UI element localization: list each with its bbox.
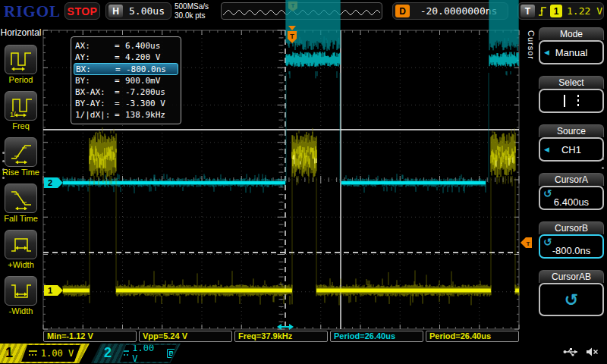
- plus-width-icon: [10, 234, 33, 256]
- mode-value-button[interactable]: ◀ Manual: [539, 40, 604, 64]
- softkey-cursor-a[interactable]: CursorA ↺ 6.400us: [539, 173, 604, 210]
- freq-icon: 1/: [10, 95, 33, 118]
- softkey-cursor-ab[interactable]: CursorAB ↺: [539, 270, 604, 316]
- cursor-row-bx-selected: BX:=-800.0ns: [74, 63, 178, 75]
- cursor-a-value-button[interactable]: ↺ 6.400us: [539, 186, 604, 210]
- channel2-position-marker: 2: [44, 177, 63, 188]
- usb-icon: [563, 347, 580, 356]
- speaker-muted-icon: [586, 347, 599, 357]
- rotate-knob-icon: ↺: [543, 236, 552, 248]
- svg-text:2: 2: [48, 178, 52, 187]
- channel-status-bar: 1 1.00 V 2 1.00 V B: [0, 343, 607, 364]
- channel1-scale-box: 1.00 V: [21, 345, 80, 362]
- measurement-vpp: Vpp=5.24 V: [139, 331, 232, 342]
- menu-item-label: Freq: [12, 121, 30, 130]
- trigger-level-marker: T: [521, 237, 532, 248]
- menu-item-label: +Width: [8, 260, 34, 269]
- softkey-select[interactable]: Select: [539, 76, 604, 113]
- measurement-period-ch1: Period=26.40us: [426, 331, 519, 342]
- minus-width-icon: [10, 280, 33, 303]
- measurement-min: Min=-1.12 V: [43, 331, 137, 342]
- menu-item-freq[interactable]: 1/ Freq: [0, 91, 42, 130]
- channel2-number: 2: [104, 345, 112, 361]
- channel1-number: 1: [5, 345, 13, 361]
- softkey-cursor-b[interactable]: CursorB ↺ -800.0ns: [539, 221, 604, 259]
- bandwidth-limit-icon: B: [167, 349, 177, 358]
- menu-item-label: Rise Time: [2, 168, 39, 177]
- channel2-scale: 1.00 V: [132, 343, 163, 364]
- left-arrow-icon: ◀: [544, 49, 549, 56]
- cursor-row-bxax: BX-AX:=-7.200us: [75, 86, 177, 98]
- measurement-period-ch2: Period=26.40us: [330, 331, 423, 342]
- cursor-b-value-button[interactable]: ↺ -800.0ns: [539, 234, 604, 259]
- rotate-knob-icon: ↺: [543, 187, 552, 199]
- right-menu-tab: Cursor: [527, 30, 536, 60]
- channel2-scale-box: 1.00 V B: [120, 345, 176, 362]
- cursor-row-by: BY:=900.0mV: [75, 75, 177, 86]
- svg-text:T: T: [527, 240, 530, 247]
- menu-item-label: Fall Time: [4, 214, 38, 223]
- dc-coupling-icon: [120, 350, 129, 357]
- dc-coupling-icon: [28, 350, 38, 357]
- select-value-button[interactable]: [539, 89, 604, 113]
- source-value-button[interactable]: ◀ CH1: [539, 137, 604, 162]
- menu-item-label: -Width: [9, 306, 33, 315]
- oscilloscope-screen: TT21 RIGOL STOP H 5.00us 500MSa/s 30.0k …: [0, 0, 607, 364]
- menu-item-fall-time[interactable]: Fall Time: [0, 184, 42, 223]
- svg-text:T: T: [290, 33, 294, 40]
- cursor-measurement-box: AX:=6.400us AY:=4.200 V BX:=-800.0ns BY:…: [71, 36, 181, 124]
- channel1-scale: 1.00 V: [41, 348, 74, 359]
- cursor-row-ay: AY:=4.200 V: [75, 52, 177, 63]
- menu-item-period[interactable]: Period: [0, 45, 42, 84]
- cursor-row-byay: BY-AY:=-3.300 V: [75, 98, 177, 109]
- left-arrow-icon: ◀: [544, 146, 549, 153]
- fall-time-icon: [10, 187, 33, 210]
- period-icon: [10, 49, 33, 71]
- cursor-row-ax: AX:=6.400us: [75, 40, 177, 52]
- cursor-row-freq: 1/|dX|:=138.9kHz: [75, 109, 177, 121]
- measurement-freq: Freq=37.9kHz: [234, 331, 328, 342]
- menu-item-label: Period: [9, 75, 33, 84]
- softkey-source[interactable]: Source ◀ CH1: [539, 124, 604, 162]
- channel2-status[interactable]: 2 1.00 V B: [91, 344, 181, 363]
- svg-text:1/: 1/: [10, 111, 16, 118]
- channel1-status[interactable]: 1 1.00 V: [0, 344, 90, 363]
- menu-item-minus-width[interactable]: -Width: [0, 276, 42, 315]
- cursor-ab-value-button[interactable]: ↺: [539, 283, 604, 316]
- left-menu-title: Horizontal: [0, 27, 42, 38]
- menu-item-rise-time[interactable]: Rise Time: [0, 137, 42, 177]
- menu-item-plus-width[interactable]: +Width: [0, 230, 42, 269]
- channel1-position-marker: 1: [44, 285, 63, 296]
- left-function-menu: Horizontal Period 1/ Freq: [0, 23, 42, 345]
- right-softkey-menu: Mode ◀ Manual Select Source ◀ CH1 Cursor…: [539, 27, 604, 328]
- svg-text:1: 1: [48, 286, 52, 295]
- measurement-row: Min=-1.12 V Vpp=5.24 V Freq=37.9kHz Peri…: [43, 331, 519, 342]
- rise-time-icon: [10, 141, 33, 164]
- cursor-select-icon: [564, 95, 579, 107]
- softkey-mode[interactable]: Mode ◀ Manual: [539, 27, 604, 64]
- page-indicator-dots: [2, 152, 5, 179]
- rotate-knob-icon: ↺: [565, 290, 578, 309]
